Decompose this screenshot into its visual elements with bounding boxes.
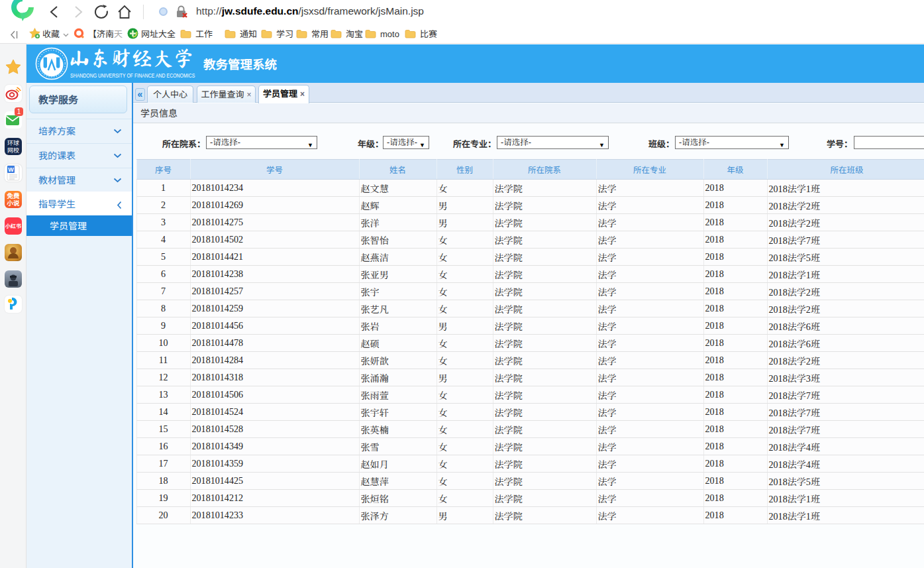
svg-text:W: W (8, 166, 14, 173)
